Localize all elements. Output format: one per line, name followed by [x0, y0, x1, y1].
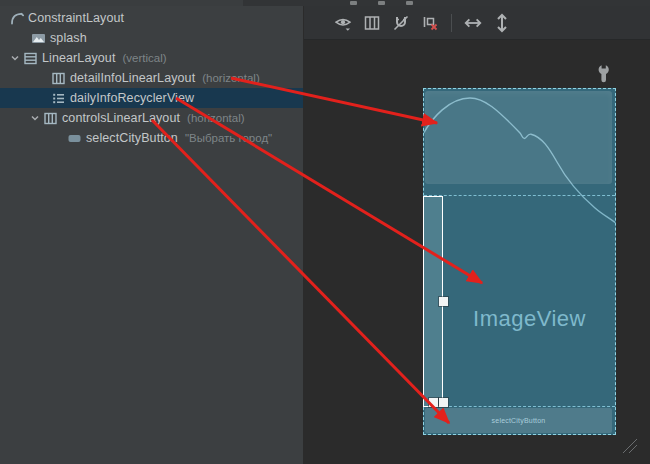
image-view-component[interactable]: ImageView	[444, 196, 615, 407]
tree-item-label: splash	[50, 31, 87, 45]
tree-item-annotation: (horizontal)	[187, 112, 245, 124]
tree-item-label: ConstraintLayout	[28, 11, 124, 25]
resize-grip-icon[interactable]	[616, 432, 642, 458]
constraint-layout-icon	[8, 10, 24, 26]
controls-section[interactable]: selectCityButton	[425, 408, 612, 433]
toolbar-separator	[451, 14, 452, 32]
tree-item-annotation: "Выбрать город"	[185, 132, 272, 144]
tree-item-constraintlayout[interactable]: ConstraintLayout	[0, 8, 303, 28]
autoconnect-disabled-icon[interactable]	[391, 12, 411, 34]
tree-item-linearlayout[interactable]: LinearLayout (vertical)	[0, 48, 303, 68]
device-preview[interactable]: ImageView selectCityButton	[423, 88, 616, 435]
cropped-toolbar-icon	[350, 1, 357, 5]
linear-layout-horizontal-icon	[42, 110, 58, 126]
view-options-icon[interactable]	[333, 12, 353, 34]
tree-item-annotation: (vertical)	[122, 52, 166, 64]
image-icon	[30, 30, 46, 46]
tree-item-detailinfolinearlayout[interactable]: detailInfoLinearLayout (horizontal)	[0, 68, 303, 88]
resize-handle[interactable]	[429, 398, 438, 407]
button-icon	[66, 130, 82, 146]
expand-horizontal-icon[interactable]	[463, 12, 483, 34]
tree-item-splash[interactable]: splash	[0, 28, 303, 48]
tree-item-label: detailInfoLinearLayout	[70, 71, 195, 85]
tree-item-label: controlsLinearLayout	[62, 111, 180, 125]
component-tree-panel: ConstraintLayout splash LinearLayout (ve…	[0, 6, 303, 464]
resize-handle[interactable]	[439, 398, 448, 407]
tree-item-label: LinearLayout	[42, 51, 115, 65]
linear-layout-horizontal-icon	[50, 70, 66, 86]
tree-item-controlslinearlayout[interactable]: controlsLinearLayout (horizontal)	[0, 108, 303, 128]
linear-layout-vertical-icon	[22, 50, 38, 66]
image-view-label: ImageView	[444, 306, 615, 332]
wrench-icon[interactable]	[597, 64, 611, 83]
resize-handle[interactable]	[439, 297, 448, 306]
detail-info-section[interactable]	[425, 91, 612, 184]
expand-vertical-icon[interactable]	[492, 12, 512, 34]
recycler-view-icon	[50, 90, 66, 106]
cropped-toolbar-icon	[378, 1, 385, 5]
tree-item-label: selectCityButton	[86, 131, 178, 145]
select-city-button-label: selectCityButton	[492, 417, 546, 424]
clear-constraints-icon[interactable]	[420, 12, 440, 34]
design-toolbar	[304, 6, 650, 40]
tree-item-label: dailyInfoRecyclerView	[70, 91, 194, 105]
android-studio-layout-editor: ConstraintLayout splash LinearLayout (ve…	[0, 0, 650, 464]
tree-item-dailyinforecyclerview[interactable]: dailyInfoRecyclerView	[0, 88, 303, 108]
view-mode-icon[interactable]	[362, 12, 382, 34]
tree-item-annotation: (horizontal)	[202, 72, 260, 84]
cropped-toolbar-icon	[406, 1, 413, 5]
chevron-down-icon[interactable]	[8, 51, 22, 65]
tree-item-selectcitybutton[interactable]: selectCityButton "Выбрать город"	[0, 128, 303, 148]
chevron-down-icon[interactable]	[28, 111, 42, 125]
